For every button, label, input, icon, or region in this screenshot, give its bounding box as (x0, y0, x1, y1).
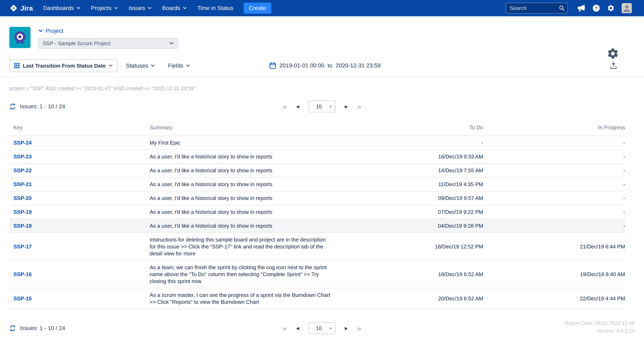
column-header-key: Key (9, 120, 146, 136)
jira-logo-icon (9, 4, 18, 13)
gear-icon[interactable] (607, 4, 615, 12)
issues-count-text: Issues: 1 - 10 / 24 (20, 103, 65, 110)
issue-key-link[interactable]: SSP-20 (14, 195, 32, 201)
page-size-value: 10 (316, 325, 322, 331)
user-avatar[interactable] (622, 3, 632, 13)
issue-key-link[interactable]: SSP-19 (14, 209, 32, 215)
nav-item-dashboards[interactable]: Dashboards (38, 0, 86, 16)
next-page-button[interactable]: ▶ (345, 326, 348, 330)
nav-item-issues[interactable]: Issues (123, 0, 157, 16)
jql-query-text: project = "SSP" AND created >= "2019-01-… (0, 77, 644, 91)
help-icon[interactable]: ? (592, 4, 600, 12)
table-row: SSP-23 As a user, I'd like a historical … (9, 150, 625, 163)
issue-key-link[interactable]: SSP-23 (14, 153, 32, 160)
page-size-select[interactable]: 10 ▾ (309, 101, 336, 112)
issue-key-link[interactable]: SSP-22 (14, 167, 32, 174)
previous-page-button[interactable]: ◀ (296, 104, 299, 108)
statuses-dropdown[interactable]: Statuses (126, 63, 154, 69)
table-row: SSP-22 As a user, I'd like a historical … (9, 163, 625, 177)
caret-down-icon: ▾ (330, 326, 331, 330)
project-section-label: Project (46, 28, 63, 34)
table-row: SSP-21 As a user, I'd like a historical … (9, 177, 625, 191)
last-page-button[interactable]: » (357, 325, 361, 332)
issue-summary: As a user, I'd like a historical story t… (146, 219, 341, 233)
issue-inprogress-date: 19/Dec/19 8:40 AM (483, 260, 625, 288)
issue-inprogress-date: - (483, 150, 625, 163)
page-size-value: 10 (316, 103, 322, 110)
fields-label: Fields (168, 63, 183, 69)
issue-todo-date: 11/Dec/19 4:35 PM (341, 177, 483, 191)
issue-key-link[interactable]: SSP-15 (14, 295, 32, 301)
calendar-icon (269, 62, 276, 69)
column-header-inprogress: In Progress (483, 120, 625, 136)
issue-inprogress-date: - (483, 163, 625, 177)
date-separator: to (328, 62, 332, 69)
issues-bar-bottom: Issues: 1 - 10 / 24 « ◀ 10 ▾ ▶ » Report … (0, 321, 644, 335)
issue-todo-date: 18/Dec/19 12:52 PM (341, 233, 483, 260)
issue-todo-date: 04/Dec/19 9:28 PM (341, 219, 483, 233)
issue-key-link[interactable]: SSP-17 (14, 244, 32, 250)
export-icon[interactable] (610, 62, 617, 69)
first-page-button[interactable]: « (283, 325, 287, 332)
report-meta: Report Date: 06.01.2020 12:46 Version: 4… (565, 319, 635, 335)
issue-summary: As a user, I'd like a historical story t… (146, 177, 341, 191)
refresh-icon[interactable] (9, 103, 16, 110)
project-select[interactable]: SSP - Sample Scrum Project (38, 38, 178, 49)
issue-inprogress-date: - (483, 205, 625, 219)
table-row: SSP-19 As a user, I'd like a historical … (9, 205, 625, 219)
issue-inprogress-date: - (483, 219, 625, 233)
fields-dropdown[interactable]: Fields (168, 63, 190, 69)
chevron-down-icon (77, 7, 80, 9)
issues-bar-top: Issues: 1 - 10 / 24 « ◀ 10 ▾ ▶ » (0, 100, 644, 113)
issue-summary: As a user, I'd like a historical story t… (146, 150, 341, 163)
date-range-picker[interactable]: 2019-01-01 00:00 to 2020-12-31 23:59 (269, 55, 381, 77)
issue-inprogress-date: - (483, 177, 625, 191)
search-icon[interactable] (559, 5, 565, 11)
filter-bar: Last Transition From Status Date Statuse… (0, 55, 644, 77)
issue-todo-date: 09/Dec/19 9:57 AM (341, 191, 483, 205)
version-text: Version: 4.6.0.14 (565, 327, 635, 335)
grid-icon (14, 63, 20, 68)
issue-key-link[interactable]: SSP-24 (14, 140, 32, 146)
refresh-icon[interactable] (9, 325, 16, 331)
first-page-button[interactable]: « (283, 103, 287, 110)
report-type-dropdown[interactable]: Last Transition From Status Date (9, 59, 117, 72)
page-size-select[interactable]: 10 ▾ (309, 322, 336, 334)
issue-summary: As a user, I'd like a historical story t… (146, 191, 341, 205)
create-button[interactable]: Create (244, 3, 271, 14)
search-box (506, 3, 568, 14)
chevron-down-icon (186, 65, 190, 67)
nav-item-time-in-status[interactable]: Time in Status (192, 0, 239, 16)
issue-summary: As a team, we can finish the sprint by c… (146, 260, 341, 288)
chevron-down-icon (169, 42, 174, 45)
issue-todo-date: 18/Dec/19 6:52 AM (341, 260, 483, 288)
issue-summary: As a user, I'd like a historical story t… (146, 163, 341, 177)
nav-item-label: Dashboards (43, 5, 74, 12)
project-selector-group: Project SSP - Sample Scrum Project (38, 27, 178, 49)
search-input[interactable] (506, 3, 568, 14)
nav-item-boards[interactable]: Boards (157, 0, 192, 16)
issues-count-text: Issues: 1 - 10 / 24 (20, 325, 65, 331)
table-row: SSP-18 As a user, I'd like a historical … (9, 219, 625, 233)
issue-key-link[interactable]: SSP-18 (14, 223, 32, 229)
nav-item-projects[interactable]: Projects (86, 0, 123, 16)
jira-logo[interactable]: Jira (9, 4, 33, 13)
previous-page-button[interactable]: ◀ (296, 326, 299, 330)
issue-inprogress-date: - (483, 191, 625, 205)
report-date-text: Report Date: 06.01.2020 12:46 (565, 319, 635, 327)
next-page-button[interactable]: ▶ (345, 104, 348, 108)
issue-todo-date: 20/Dec/19 6:52 AM (341, 288, 483, 309)
issue-inprogress-date: 22/Dec/19 4:44 PM (483, 288, 625, 309)
table-row: SSP-20 As a user, I'd like a historical … (9, 191, 625, 205)
feedback-megaphone-icon[interactable] (577, 5, 586, 12)
chevron-down-icon (148, 7, 152, 9)
issue-key-link[interactable]: SSP-21 (14, 181, 32, 187)
last-page-button[interactable]: » (357, 103, 361, 110)
date-from-value: 2019-01-01 00:00 (280, 62, 324, 69)
issue-summary: As a user, I'd like a historical story t… (146, 205, 341, 219)
issue-key-link[interactable]: SSP-16 (14, 271, 32, 277)
project-section-toggle[interactable]: Project (39, 28, 178, 34)
project-avatar[interactable] (9, 27, 30, 48)
issue-todo-date: - (341, 136, 483, 150)
table-row: SSP-17 Instructions for deleting this sa… (9, 233, 625, 260)
